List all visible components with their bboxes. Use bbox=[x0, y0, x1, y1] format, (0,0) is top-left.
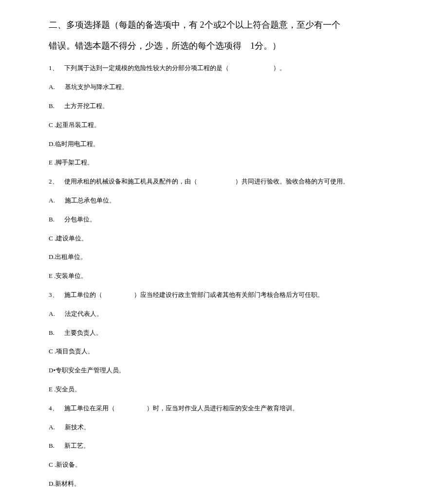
option: D.出租单位。 bbox=[49, 252, 399, 262]
question-stem: 3、施工单位的（ ）应当经建设行政主管部门或者其他有关部门考核合格后方可任职。 bbox=[49, 290, 399, 300]
option: B.土方开挖工程。 bbox=[49, 101, 399, 111]
option-text: 新设备。 bbox=[56, 461, 81, 468]
option-text: 法定代表人。 bbox=[65, 310, 103, 317]
option-text: 起重吊装工程。 bbox=[56, 121, 100, 128]
option: C .项目负责人。 bbox=[49, 347, 399, 357]
option-label: A. bbox=[49, 423, 55, 431]
option-label: A. bbox=[49, 197, 55, 204]
option-text: 安全员。 bbox=[56, 385, 81, 393]
option-label: A. bbox=[49, 83, 55, 91]
option: A.施工总承包单位。 bbox=[49, 196, 399, 206]
question-stem: 1、下列属于达到一定规模的危险性较大的分部分项工程的是（ ）。 bbox=[49, 63, 399, 73]
section-title-line2: 错误。错选本题不得分，少选，所选的每个选项得 1分。） bbox=[49, 36, 399, 56]
option: E .安全员。 bbox=[49, 385, 399, 395]
option: B.主要负责人。 bbox=[49, 328, 399, 338]
option-label: B. bbox=[49, 102, 55, 110]
option-label: C . bbox=[49, 348, 56, 355]
question-number: 4、 bbox=[49, 404, 58, 412]
option-label: D. bbox=[49, 253, 55, 260]
option-label: C . bbox=[49, 235, 56, 242]
option-label: A. bbox=[49, 310, 55, 317]
option: E .安装单位。 bbox=[49, 271, 399, 281]
option-label: D. bbox=[49, 480, 55, 487]
questions-container: 1、下列属于达到一定规模的危险性较大的分部分项工程的是（ ）。A.基坑支护与降水… bbox=[49, 63, 399, 489]
option: D.新材料。 bbox=[49, 479, 399, 489]
option-text: 施工总承包单位。 bbox=[65, 197, 115, 204]
question-text: 下列属于达到一定规模的危险性较大的分部分项工程的是（ ）。 bbox=[64, 64, 286, 72]
option-label: E . bbox=[49, 385, 56, 393]
question-stem: 2、使用承租的机械设备和施工机具及配件的，由（ ）共同进行验收。验收合格的方可使… bbox=[49, 177, 399, 187]
option-text: 出租单位。 bbox=[55, 253, 87, 260]
option-text: 分包单位。 bbox=[64, 216, 96, 223]
option-text: 脚手架工程。 bbox=[56, 159, 93, 166]
option: C .建设单位。 bbox=[49, 234, 399, 244]
option: A.新技术。 bbox=[49, 422, 399, 433]
option-text: 专职安全生产管理人员。 bbox=[56, 367, 125, 374]
option-text: 新技术。 bbox=[65, 423, 90, 431]
option-text: 项目负责人。 bbox=[56, 348, 94, 355]
option-label: C . bbox=[49, 121, 56, 128]
question-text: 施工单位在采用（ ）时，应当对作业人员进行相应的安全生产教育培训。 bbox=[64, 404, 299, 412]
option-text: 临时用电工程。 bbox=[55, 140, 99, 147]
option: C .新设备。 bbox=[49, 460, 399, 470]
option-label: E . bbox=[49, 159, 56, 166]
question-number: 1、 bbox=[49, 64, 58, 72]
option-text: 建设单位。 bbox=[56, 235, 88, 242]
section-title-line1: 二、多项选择题（每题的备选项中，有 2个或2个以上符合题意，至少有一个 bbox=[49, 15, 399, 36]
option-label: B. bbox=[49, 329, 55, 336]
option: A.基坑支护与降水工程。 bbox=[49, 82, 399, 92]
section-title: 二、多项选择题（每题的备选项中，有 2个或2个以上符合题意，至少有一个 错误。错… bbox=[49, 15, 399, 56]
option-text: 土方开挖工程。 bbox=[64, 102, 109, 110]
option-text: 新材料。 bbox=[55, 480, 80, 487]
option: B.新工艺。 bbox=[49, 441, 399, 451]
option: D•专职安全生产管理人员。 bbox=[49, 366, 399, 376]
option-text: 主要负责人。 bbox=[64, 329, 102, 336]
option: C .起重吊装工程。 bbox=[49, 120, 399, 130]
option-label: D. bbox=[49, 140, 55, 147]
question-text: 施工单位的（ ）应当经建设行政主管部门或者其他有关部门考核合格后方可任职。 bbox=[64, 291, 324, 298]
option: B.分包单位。 bbox=[49, 215, 399, 225]
option: D.临时用电工程。 bbox=[49, 139, 399, 149]
option-label: E . bbox=[49, 272, 56, 279]
option-text: 新工艺。 bbox=[64, 442, 90, 449]
question-stem: 4、施工单位在采用（ ）时，应当对作业人员进行相应的安全生产教育培训。 bbox=[49, 403, 399, 414]
question-number: 2、 bbox=[49, 178, 58, 185]
option-label: D• bbox=[49, 367, 56, 374]
question-number: 3、 bbox=[49, 291, 58, 298]
option-text: 基坑支护与降水工程。 bbox=[65, 83, 128, 91]
option-label: C . bbox=[49, 461, 56, 468]
option: E .脚手架工程。 bbox=[49, 158, 399, 168]
question-text: 使用承租的机械设备和施工机具及配件的，由（ ）共同进行验收。验收合格的方可使用。 bbox=[64, 178, 349, 185]
option: A.法定代表人。 bbox=[49, 309, 399, 319]
option-label: B. bbox=[49, 442, 55, 449]
option-label: B. bbox=[49, 216, 55, 223]
option-text: 安装单位。 bbox=[56, 272, 87, 279]
